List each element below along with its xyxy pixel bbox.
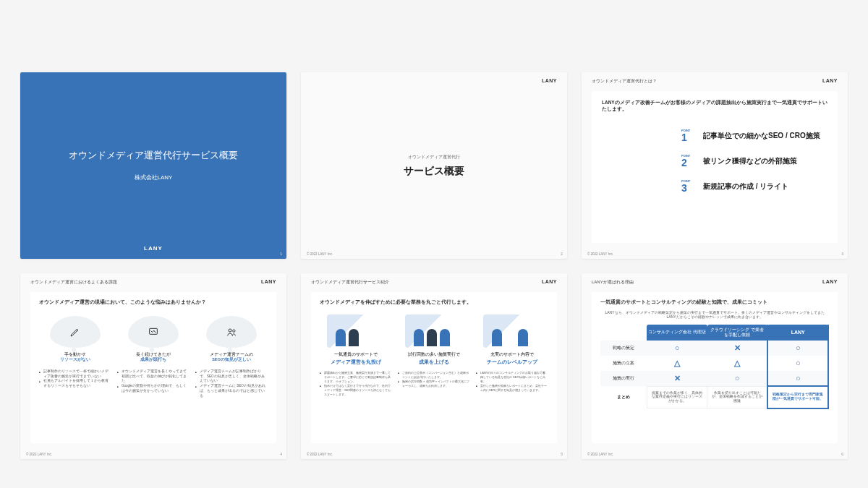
- row-2: LANY オウンドメディア運営におけるよくある課題 オウンドメディア運営の現場に…: [20, 273, 848, 460]
- slide4-cap1-hl: リソースがない: [60, 357, 90, 361]
- s5c1pre: 一気通貫のサポートで: [334, 352, 378, 356]
- slide6-crumb: LANYが選ばれる理由: [592, 279, 634, 286]
- slide6-q: 一気通貫のサポートとコンサルティングの経験と知識で、成果にコミット: [600, 299, 829, 306]
- slide6-copyright: © 2022 LANY Inc.: [587, 453, 613, 456]
- s5c1hl: メディア運営を丸投げ: [331, 359, 381, 365]
- slide3-point-1: POINT 1 記事単位での細かなSEO / CRO施策: [681, 123, 827, 148]
- s4b3a: メディア運営チームが記事制作ばかりで、SEOの知見が乏しく、全体戦略がみえていな…: [195, 369, 268, 384]
- slide2-copyright: © 2022 LANY Inc.: [307, 252, 333, 256]
- r2c1: △: [647, 356, 707, 371]
- slide-5: LANY オウンドメディア運営代行サービス紹介 オウンドメディアを伸ばすために必…: [301, 273, 567, 460]
- slide4-pagenum: 4: [280, 452, 282, 456]
- illust-results-icon: [405, 314, 463, 348]
- slide2-center: オウンドメディア運営代行 サービス概要: [404, 153, 464, 177]
- slide2-logo: LANY: [542, 78, 557, 83]
- s4b1b: 社員もアルバイトを採用して１から教育するリソースもそもそもない: [39, 379, 111, 389]
- slide1-company: 株式会社LANY: [135, 174, 173, 181]
- slide3-intro: LANYのメディア改善チームがお客様のメディアの課題抽出から施策実行まで一気通貫…: [602, 100, 827, 113]
- slide5-cols: 一気通貫のサポートで メディア運営を丸投げ 課題抽出から施策立案、施策実行支援ま…: [320, 314, 548, 397]
- s5b3a: LANYの日々のコンサルティングのお取り組みで蓄積している知見を貴社の SEO情…: [476, 371, 548, 384]
- slide-3: LANY オウンドメディア運営代行とは？ LANYのメディア改善チームがお客様の…: [582, 72, 848, 259]
- slide5-cap-1: 一気通貫のサポートで メディア運営を丸投げ: [331, 352, 381, 365]
- slide4-bul-1: 記事制作のリソースで一杯で細かいメディア改善の施策が実行できていない 社員もアル…: [39, 369, 111, 399]
- slide3-body: LANYのメディア改善チームがお客様のメディアの課題抽出から施策実行まで一気通貫…: [592, 91, 838, 243]
- point3-num: 3: [681, 183, 687, 193]
- s5b1b: 指示だけではなく実行まで行う代行なので、社内でメディア運営・SEO関連のリソース…: [320, 384, 392, 397]
- slide-2: LANY オウンドメディア運営代行 サービス概要 © 2022 LANY Inc…: [301, 72, 567, 259]
- summary-1: 提案までの作業が多く、具体的な案件定義や実行にはリソースがかかる。: [647, 386, 707, 408]
- point2-num: 2: [681, 158, 687, 168]
- slide4-q: オウンドメディア運営の現場において、このような悩みはありませんか？: [39, 299, 268, 306]
- row-plan: 施策の立案 △ △ ○: [600, 356, 828, 371]
- s5c2hl: 成果を上げる: [408, 359, 460, 365]
- slide3-crumb: オウンドメディア運営代行とは？: [592, 78, 657, 85]
- team-icon: [206, 316, 257, 348]
- slide2-pre: オウンドメディア運営代行: [404, 153, 464, 160]
- slide4-crumb: オウンドメディア運営におけるよくある課題: [30, 279, 117, 286]
- slide1-logo: LANY: [144, 245, 163, 252]
- slide4-bullets: 記事制作のリソースで一杯で細かいメディア改善の施策が実行できていない 社員もアル…: [39, 369, 268, 399]
- illust-delegate-icon: [327, 314, 385, 348]
- r3c3: ○: [767, 371, 828, 387]
- slide5-col-2: 試行回数の多い施策実行で 成果を上げる ご契約の上位表示（コンバージョン含む）を…: [398, 314, 470, 397]
- s5b2a: ご契約の上位表示（コンバージョン含む）を成果ポイントに設計代行いたします。: [398, 371, 470, 380]
- s5b2b: 施策の試行回数 × 成功率 × インパクトの最大化にフォーカスし、成果をお約束し…: [398, 380, 470, 388]
- r2-label: 施策の立案: [600, 356, 647, 371]
- s5c2pre: 試行回数の多い施策実行で: [408, 352, 460, 356]
- r3c1: ✕: [647, 371, 707, 387]
- summary-3: 戦略策定から実行まで専門家集団が一気通貫でサポート可能。: [767, 386, 828, 408]
- slide4-logo: LANY: [261, 279, 276, 284]
- slide4-cap-2: 長く続けてきたが 成果が頭打ち: [136, 352, 171, 362]
- point1-num: 1: [681, 132, 687, 142]
- row-exec: 施策の実行 ✕ ○ ○: [600, 371, 828, 387]
- slide4-col-1: 手を動かす リソースがない: [39, 316, 111, 362]
- svg-point-2: [233, 330, 235, 332]
- summary-label: まとめ: [600, 386, 647, 408]
- r3c2: ○: [707, 371, 768, 387]
- s4b3b: メディア運営チームに SEOの知見があれば、もっと成果が出るのではと感じている: [195, 384, 268, 398]
- r1c2: ✕: [707, 341, 768, 356]
- slide3-point-2: POINT 2 被リンク獲得などの外部施策: [681, 148, 827, 174]
- slide4-cap2-pre: 長く続けてきたが: [136, 352, 171, 356]
- row-strategy: 戦略の策定 ○ ✕ ○: [600, 341, 828, 356]
- th-lany: LANY: [767, 325, 828, 341]
- point1-num-wrap: POINT 1: [681, 129, 694, 142]
- slide4-cap-3: メディア運営チームの SEOの知見が乏しい: [210, 352, 253, 362]
- point2-num-wrap: POINT 2: [681, 154, 694, 168]
- row-1: オウンドメディア運営代行サービス概要 株式会社LANY LANY 1 LANY …: [20, 72, 848, 259]
- slide2-pagenum: 2: [561, 252, 563, 256]
- s5b1a: 課題抽出から施策立案、施策実行支援まで一貫してサポートします。ご要望に応じて新規…: [320, 371, 392, 384]
- r2c2: △: [707, 356, 768, 371]
- r1-label: 戦略の策定: [600, 341, 647, 356]
- svg-point-1: [229, 329, 231, 332]
- s4b2b: Googleの変動や何らかの理由で、もしくは今の施策が分かっていない: [117, 384, 190, 394]
- slide4-bul-2: オウンドメディア運営を長くやってきて初期と比べて、収益の伸びが鈍化してきた Go…: [117, 369, 190, 399]
- slide4-cap3-hl: SEOの知見が乏しい: [212, 357, 251, 361]
- s5b3b: 実行した施策や効果をレポートにまとめ、貴社チーム内にSEOに関する知見が溜まって…: [476, 384, 548, 393]
- slide5-pagenum: 5: [561, 452, 563, 456]
- th-empty: [600, 325, 647, 341]
- slide3-logo: LANY: [822, 78, 838, 83]
- slide5-logo: LANY: [542, 279, 557, 284]
- slide4-copyright: © 2022 LANY Inc.: [26, 453, 52, 456]
- pencil-icon: [50, 316, 101, 348]
- slide2-title: サービス概要: [404, 164, 464, 177]
- r1c3: ○: [767, 341, 828, 356]
- s5c3pre: 充実のサポート内容で: [490, 352, 534, 356]
- slide6-logo: LANY: [822, 279, 838, 284]
- slide3-point-3: POINT 3 新規記事の作成 / リライト: [681, 174, 827, 199]
- point2-text: 被リンク獲得などの外部施策: [703, 156, 797, 166]
- slide5-crumb: オウンドメディア運営代行サービス紹介: [311, 279, 389, 286]
- slide5-copyright: © 2022 LANY Inc.: [307, 453, 333, 456]
- slide4-cap3-pre: メディア運営チームの: [210, 352, 253, 356]
- r1c1: ○: [647, 341, 707, 356]
- slide4-bul-3: メディア運営チームが記事制作ばかりで、SEOの知見が乏しく、全体戦略がみえていな…: [195, 369, 268, 399]
- slide4-body: オウンドメディア運営の現場において、このような悩みはありませんか？ 手を動かす …: [30, 292, 276, 444]
- slide5-cap-2: 試行回数の多い施策実行で 成果を上げる: [408, 352, 460, 365]
- slide3-pagenum: 3: [841, 252, 843, 256]
- slide1-pagenum: 1: [280, 252, 282, 256]
- summary-2: 作業を切り出すことは可能だが、全体戦略を作成することが困難: [707, 386, 768, 408]
- slide5-cap-3: 充実のサポート内容で チームのレベルアップ: [487, 352, 537, 365]
- slide5-q: オウンドメディアを伸ばすために必要な業務を丸ごと代行します。: [320, 299, 548, 306]
- slide5-body: オウンドメディアを伸ばすために必要な業務を丸ごと代行します。 一気通貫のサポート…: [311, 292, 557, 444]
